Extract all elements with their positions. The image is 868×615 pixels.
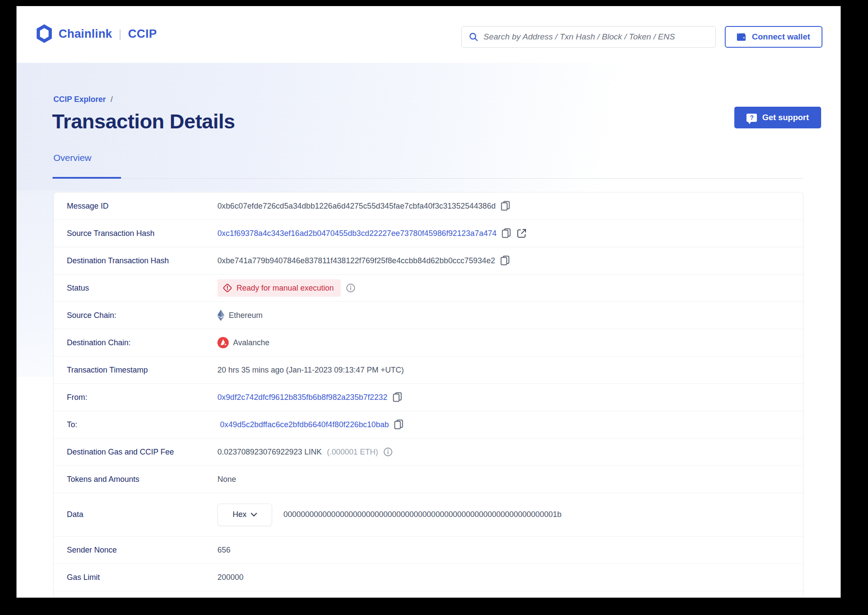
from-address-link[interactable]: 0x9df2c742dfcf9612b835fb6b8f982a235b7f22… [217, 393, 388, 402]
tab-divider-line [53, 178, 803, 179]
status-info-button[interactable] [346, 283, 355, 293]
row-label: Source Chain: [67, 311, 217, 320]
search-input[interactable] [483, 32, 708, 42]
row-label: Message ID [67, 202, 217, 211]
search-icon [469, 32, 478, 42]
page-title: Transaction Details [52, 109, 235, 133]
tab-overview[interactable]: Overview [53, 153, 92, 163]
top-navigation: Chainlink | CCIP Connect wallet [16, 6, 841, 63]
avalanche-icon [217, 337, 229, 348]
copy-icon [502, 228, 511, 239]
gas-limit-value: 200000 [217, 573, 243, 582]
brand-separator: | [118, 27, 122, 41]
table-row-timestamp: Transaction Timestamp 20 hrs 35 mins ago… [54, 357, 803, 384]
table-row-fee: Destination Gas and CCIP Fee 0.023708923… [54, 438, 803, 466]
connect-wallet-label: Connect wallet [752, 32, 810, 42]
product-name: CCIP [128, 27, 157, 41]
copy-button[interactable] [502, 228, 511, 239]
row-label: To: [67, 420, 217, 429]
to-address-link[interactable]: 0x49d5c2bdffac6ce2bfdb6640f4f80f226bc10b… [220, 420, 389, 429]
copy-button[interactable] [394, 419, 404, 430]
row-label: Data [67, 510, 217, 519]
table-row-from: From: 0x9df2c742dfcf9612b835fb6b8f982a23… [54, 384, 803, 411]
status-badge: Ready for manual execution [217, 279, 341, 297]
brand-name: Chainlink [59, 27, 112, 41]
fee-value: 0.023708923076922923 LINK [217, 448, 322, 457]
data-format-dropdown[interactable]: Hex [217, 504, 272, 526]
row-label: Destination Transaction Hash [67, 256, 217, 265]
copy-button[interactable] [500, 255, 510, 266]
transaction-details-card: Message ID 0xb6c07efde726cd5a34dbb1226a6… [53, 192, 803, 597]
status-text: Ready for manual execution [237, 284, 334, 293]
connect-wallet-button[interactable]: Connect wallet [725, 26, 822, 48]
chainlink-logo-icon [36, 24, 53, 43]
source-chain-name: Ethereum [229, 311, 263, 320]
dest-chain-name: Avalanche [233, 338, 270, 347]
brand-logo[interactable]: Chainlink | CCIP [36, 24, 157, 43]
copy-icon [501, 201, 510, 211]
alert-diamond-icon [223, 283, 232, 293]
row-label: Sender Nonce [67, 546, 217, 555]
copy-button[interactable] [393, 392, 402, 402]
chevron-down-icon [251, 513, 257, 517]
row-label: Source Transaction Hash [67, 229, 217, 238]
row-label: Tokens and Amounts [67, 475, 217, 484]
source-tx-hash-link[interactable]: 0xc1f69378a4c343ef16ad2b0470455db3cd2222… [217, 229, 496, 238]
partially-visible-row [54, 591, 803, 597]
copy-icon [393, 392, 402, 402]
breadcrumb: CCIP Explorer / [53, 95, 113, 104]
copy-icon [500, 255, 510, 266]
support-question-icon: ? [746, 114, 757, 122]
ethereum-icon [217, 310, 224, 321]
fee-eth-equivalent: (.000001 ETH) [327, 448, 378, 457]
timestamp-value: 20 hrs 35 mins ago (Jan-11-2023 09:13:47… [217, 366, 404, 375]
table-row-data: Data Hex 0000000000000000000000000000000… [54, 493, 803, 536]
sender-nonce-value: 656 [217, 546, 230, 555]
copy-icon [394, 419, 404, 430]
table-row-tokens: Tokens and Amounts None [54, 466, 803, 493]
page: Chainlink | CCIP Connect wallet CCIP Exp… [16, 6, 841, 598]
get-support-button[interactable]: ? Get support [734, 107, 821, 128]
fee-info-button[interactable] [383, 447, 393, 457]
tokens-value: None [217, 475, 236, 484]
row-label: Status [67, 284, 217, 293]
table-row-source-tx-hash: Source Transaction Hash 0xc1f69378a4c343… [54, 220, 803, 247]
table-row-source-chain: Source Chain: Ethereum [54, 302, 803, 329]
dest-tx-hash-value: 0xbe741a779b9407846e837811f438122f769f25… [217, 256, 495, 265]
data-format-selected: Hex [233, 510, 247, 519]
table-row-to: To: 0x49d5c2bdffac6ce2bfdb6640f4f80f226b… [54, 411, 803, 438]
row-label: From: [67, 393, 217, 402]
row-label: Destination Chain: [67, 338, 217, 347]
wallet-icon [737, 33, 746, 41]
table-row-status: Status Ready for manual execution [54, 275, 803, 302]
copy-button[interactable] [501, 201, 510, 211]
info-icon [346, 283, 355, 293]
table-row-sender-nonce: Sender Nonce 656 [54, 536, 803, 564]
table-row-dest-tx-hash: Destination Transaction Hash 0xbe741a779… [54, 247, 803, 275]
active-tab-underline [53, 177, 121, 179]
table-row-dest-chain: Destination Chain: Avalanche [54, 329, 803, 357]
external-link-icon [516, 228, 527, 239]
row-label: Transaction Timestamp [67, 366, 217, 375]
row-label: Destination Gas and CCIP Fee [67, 448, 217, 457]
external-link-button[interactable] [516, 228, 527, 239]
table-row-gas-limit: Gas Limit 200000 [54, 564, 803, 591]
breadcrumb-ccip-explorer-link[interactable]: CCIP Explorer [53, 95, 106, 104]
row-label: Gas Limit [67, 573, 217, 582]
get-support-label: Get support [762, 113, 809, 122]
search-bar[interactable] [461, 26, 716, 48]
data-hex-value: 0000000000000000000000000000000000000000… [283, 510, 562, 519]
breadcrumb-separator: / [111, 95, 113, 104]
info-icon [383, 447, 393, 457]
table-row-message-id: Message ID 0xb6c07efde726cd5a34dbb1226a6… [54, 193, 803, 220]
message-id-value: 0xb6c07efde726cd5a34dbb1226a6d4275c55d34… [217, 202, 496, 211]
